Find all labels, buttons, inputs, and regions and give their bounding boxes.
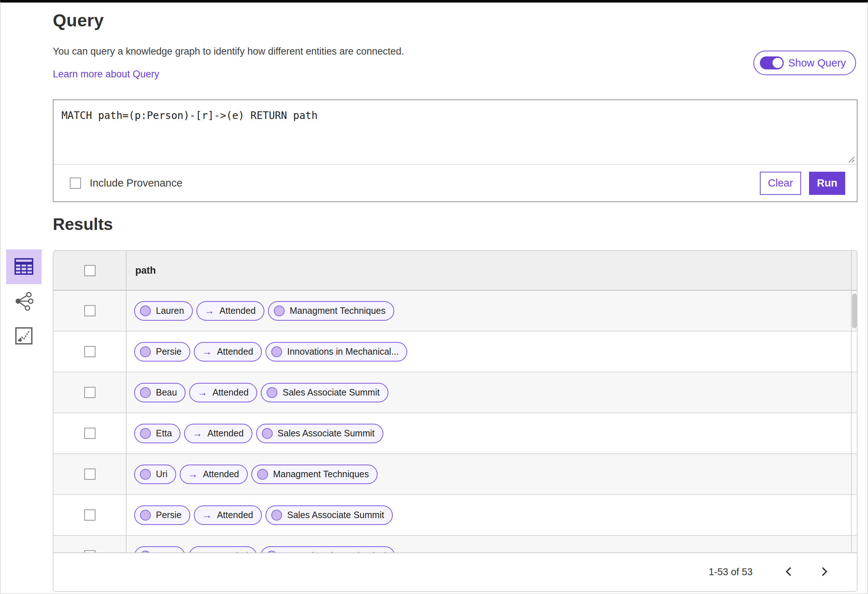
source-node-pill[interactable]: Lauren [134,301,193,321]
column-divider [126,251,127,553]
target-node-pill[interactable]: Managment Techniques [268,301,394,321]
header-checkbox-cell [53,265,126,276]
row-checkbox-cell [53,469,126,480]
edge-label: Attended [217,510,253,520]
target-node-label: Innovations in Mechanical... [287,346,399,357]
target-node-pill[interactable]: Sales Associate Summit [256,424,383,443]
node-circle-icon [140,469,151,480]
scrollbar-track [851,251,852,553]
edge-label: Attended [220,305,256,316]
arrow-right-icon: → [192,428,202,439]
source-node-label: Etta [156,428,172,439]
node-circle-icon [267,387,278,398]
table-row: Uri → Attended Managment Techniques [53,454,857,495]
row-checkbox[interactable] [84,305,96,316]
source-node-pill[interactable]: Uri [134,464,176,484]
target-node-pill[interactable]: Innovations in Mechanical... [266,342,407,361]
node-circle-icon [140,346,151,357]
table-row: Persie → Attended Innovations in Mechani… [53,332,857,372]
edge-pill[interactable]: → Attended [196,301,264,321]
source-node-label: Uri [156,469,167,479]
row-checkbox[interactable] [84,387,96,398]
edge-pill[interactable]: → Attended [194,506,262,525]
path-cell: Lauren → Attended Managment Techniques [126,301,394,321]
node-circle-icon [140,428,151,439]
node-circle-icon [271,510,282,520]
clear-button[interactable]: Clear [760,172,801,195]
row-checkbox-cell [53,509,126,520]
node-circle-icon [262,428,273,439]
edge-pill[interactable]: → Attended [180,464,248,484]
arrow-right-icon: → [202,347,212,357]
include-provenance-checkbox[interactable] [70,177,81,189]
target-node-label: Managment Techniques [290,305,385,316]
target-node-pill[interactable]: Sales Associate Summit [261,383,388,402]
path-cell: Persie → Attended Sales Associate Summit [126,506,393,525]
row-checkbox-cell [53,346,126,357]
chart-view-button[interactable] [6,319,41,354]
path-cell: Persie → Attended Innovations in Mechani… [126,342,407,361]
row-checkbox[interactable] [84,469,96,480]
pagination-bar: 1-53 of 53 [53,553,857,591]
toggle-knob [772,57,783,69]
path-column-header: path [126,265,156,276]
source-node-label: Persie [156,510,182,520]
node-circle-icon [274,305,285,316]
target-node-pill[interactable]: Sales Associate Summit [266,506,393,525]
select-all-checkbox[interactable] [84,265,96,276]
next-page-button[interactable] [817,563,832,582]
source-node-label: Persie [156,346,182,357]
edge-label: Attended [203,469,239,479]
edge-pill[interactable]: → Attended [189,383,257,402]
scrollbar-thumb[interactable] [852,293,857,328]
pagination-range: 1-53 of 53 [709,566,753,578]
node-circle-icon [271,346,282,357]
source-node-label: Beau [156,387,177,398]
source-node-pill[interactable]: Persie [134,506,190,525]
node-circle-icon [257,469,268,480]
query-editor-panel: MATCH path=(p:Person)-[r]->(e) RETURN pa… [53,99,858,202]
chevron-right-icon [821,566,828,578]
table-row: Larry → Attended Innovations in Mechanic… [53,536,857,553]
results-table-body: Lauren → Attended Managment Techniques P… [53,291,857,553]
table-view-button[interactable] [6,249,41,284]
show-query-toggle[interactable]: Show Query [753,51,856,75]
edge-pill[interactable]: → Attended [194,342,262,361]
target-node-pill[interactable]: Managment Techniques [251,464,378,484]
query-input[interactable]: MATCH path=(p:Person)-[r]->(e) RETURN pa… [53,100,857,165]
edge-label: Attended [212,387,248,398]
path-cell: Beau → Attended Sales Associate Summit [126,383,388,402]
table-row: Persie → Attended Sales Associate Summit [53,495,857,536]
path-cell: Etta → Attended Sales Associate Summit [126,424,383,443]
query-page: Query You can query a knowledge graph to… [0,0,868,594]
toggle-switch-icon [760,56,784,69]
table-view-icon [15,258,33,276]
page-title: Query [53,10,104,30]
row-checkbox-cell [53,428,126,439]
show-query-label: Show Query [788,57,846,69]
chart-view-icon [15,327,32,346]
row-checkbox[interactable] [84,346,96,357]
edge-pill[interactable]: → Attended [184,424,252,443]
row-checkbox[interactable] [84,428,96,439]
table-row: Beau → Attended Sales Associate Summit [53,372,857,413]
run-button[interactable]: Run [809,172,845,195]
results-table-header: path [53,251,857,291]
row-checkbox[interactable] [84,509,96,520]
target-node-label: Sales Associate Summit [287,510,384,520]
source-node-pill[interactable]: Etta [134,424,180,443]
node-circle-icon [140,387,151,398]
arrow-right-icon: → [197,388,207,398]
page-description: You can query a knowledge graph to ident… [53,46,404,57]
resize-grip-icon[interactable] [846,154,855,165]
query-footer: Include Provenance Clear Run [53,165,857,201]
chevron-left-icon [784,566,793,578]
source-node-pill[interactable]: Persie [134,342,190,361]
graph-view-button[interactable] [6,284,41,319]
node-circle-icon [140,305,151,316]
node-circle-icon [140,510,151,520]
source-node-pill[interactable]: Beau [134,383,186,402]
arrow-right-icon: → [188,469,198,479]
previous-page-button[interactable] [781,563,796,582]
learn-more-link[interactable]: Learn more about Query [53,69,159,80]
